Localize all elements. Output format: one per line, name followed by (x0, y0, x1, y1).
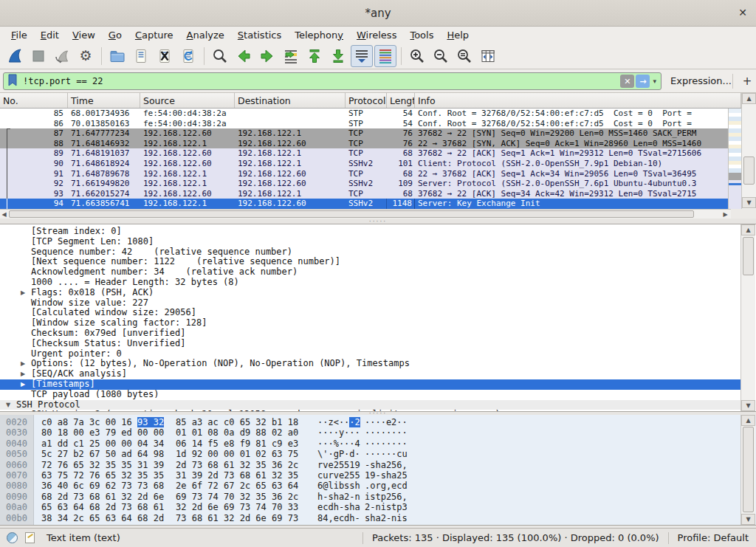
expand-arrow-icon[interactable]: ▶ (21, 379, 25, 390)
scroll-up-arrow[interactable]: ▲ (741, 415, 755, 426)
detail-line[interactable]: [Window size scaling factor: 128] (0, 318, 740, 328)
scroll-left-arrow[interactable]: ◀ (0, 210, 8, 219)
open-file-button[interactable] (106, 45, 128, 67)
scroll-thumb[interactable] (743, 427, 754, 512)
start-capture-button[interactable] (4, 45, 26, 67)
restart-capture-button[interactable] (51, 45, 73, 67)
resize-columns-button[interactable] (477, 45, 499, 67)
packet-row-92[interactable]: 9271.661949820192.168.122.1192.168.122.6… (0, 179, 728, 189)
column-header-protocol[interactable]: Protocol (346, 93, 387, 108)
detail-line[interactable]: [Checksum Status: Unverified] (0, 339, 740, 349)
scroll-thumb[interactable] (743, 237, 754, 275)
detail-line[interactable]: Acknowledgment number: 34 (relative ack … (0, 267, 740, 278)
detail-line[interactable]: ▶Options: (12 bytes), No-Operation (NOP)… (0, 359, 740, 369)
reload-file-button[interactable] (177, 45, 199, 67)
go-first-button[interactable] (303, 45, 326, 67)
zoom-out-button[interactable] (430, 45, 452, 67)
menu-wireless[interactable]: Wireless (350, 28, 403, 42)
close-file-button[interactable] (154, 45, 176, 67)
column-header-time[interactable]: Time (68, 93, 140, 108)
menu-help[interactable]: Help (440, 28, 475, 42)
go-last-button[interactable] (327, 45, 349, 67)
packet-row-91[interactable]: 9171.648789678192.168.122.1192.168.122.6… (0, 169, 728, 179)
packet-row-86[interactable]: 8670.013850163fe:54:00:d4:38:2aSTP54Conf… (0, 119, 728, 129)
detail-line[interactable]: ▼SSH Protocol (0, 400, 740, 410)
scroll-down-arrow[interactable]: ▼ (742, 197, 756, 208)
auto-scroll-button[interactable] (351, 45, 373, 67)
close-button[interactable]: ✕ (738, 7, 747, 18)
detail-line[interactable]: ▶[SEQ/ACK analysis] (0, 369, 740, 379)
column-header-no[interactable]: No. (0, 93, 68, 108)
packet-list-hscrollbar[interactable]: ◀ ▶ (0, 209, 731, 219)
detail-line[interactable]: [Next sequence number: 1122 (relative se… (0, 257, 740, 267)
detail-line[interactable]: [Stream index: 0] (0, 227, 740, 237)
column-header-info[interactable]: Info (415, 93, 741, 108)
scroll-up-arrow[interactable]: ▲ (741, 224, 755, 235)
hex-row-0040[interactable]: 0040a1 dd c1 25 00 00 04 3406 14 f5 e8 f… (0, 438, 740, 449)
packet-row-93[interactable]: 9371.662015274192.168.122.60192.168.122.… (0, 189, 728, 199)
hex-row-0070[interactable]: 007063 75 72 76 65 32 35 3531 39 2d 73 6… (0, 470, 740, 481)
expand-arrow-icon[interactable]: ▶ (21, 359, 25, 369)
clear-filter-button[interactable]: ✕ (620, 75, 634, 88)
filter-bookmark-icon[interactable] (7, 74, 18, 89)
scroll-right-arrow[interactable]: ▶ (721, 210, 729, 219)
display-filter-input[interactable]: !tcp.port == 22 ✕ → ▾ (3, 72, 662, 90)
detail-scrollbar[interactable]: ▲ ▼ (740, 224, 755, 411)
detail-line[interactable]: ▶Flags: 0x018 (PSH, ACK) (0, 288, 740, 298)
filter-history-caret[interactable]: ▾ (653, 78, 656, 85)
detail-line[interactable]: Urgent pointer: 0 (0, 349, 740, 359)
menu-go[interactable]: Go (102, 28, 128, 42)
packet-list-scrollbar[interactable]: ▲ ▼ (741, 93, 756, 209)
detail-line[interactable]: [TCP Segment Len: 1080] (0, 237, 740, 247)
stop-capture-button[interactable] (27, 45, 49, 67)
menu-telephony[interactable]: Telephony (288, 28, 350, 42)
expand-arrow-icon[interactable]: ▶ (21, 369, 25, 379)
find-packet-button[interactable] (209, 45, 231, 67)
detail-line[interactable]: TCP payload (1080 bytes) (0, 390, 740, 400)
zoom-in-button[interactable] (406, 45, 428, 67)
profile-label[interactable]: Profile: Default (678, 532, 749, 543)
detail-line[interactable]: Checksum: 0x79ed [unverified] (0, 328, 740, 339)
detail-line[interactable]: ▶[Timestamps] (0, 379, 740, 390)
detail-line[interactable]: 1000 .... = Header Length: 32 bytes (8) (0, 278, 740, 288)
add-filter-button[interactable]: + (740, 75, 754, 88)
expression-button[interactable]: Expression... (670, 75, 732, 86)
colorize-button[interactable] (374, 45, 396, 67)
hscroll-thumb[interactable] (9, 210, 694, 218)
hex-row-0060[interactable]: 006072 76 65 32 35 35 31 392d 73 68 61 3… (0, 460, 740, 470)
detail-line[interactable]: Window size value: 227 (0, 298, 740, 309)
capture-options-button[interactable]: ⚙ (75, 45, 97, 67)
menu-statistics[interactable]: Statistics (231, 28, 288, 42)
menu-analyze[interactable]: Analyze (180, 28, 231, 42)
scroll-down-arrow[interactable]: ▼ (741, 514, 755, 525)
packet-row-89[interactable]: 8971.648191037192.168.122.60192.168.122.… (0, 148, 728, 159)
hex-row-0090[interactable]: 009068 2d 73 68 61 32 2d 6e69 73 74 70 3… (0, 492, 740, 502)
hex-row-0020[interactable]: 0020c0 a8 7a 3c 00 16 93 3285 a3 ac c0 6… (0, 417, 740, 427)
column-header-length[interactable]: Length (387, 93, 415, 108)
scroll-thumb[interactable] (743, 156, 755, 185)
packet-row-88[interactable]: 8871.648146932192.168.122.1192.168.122.6… (0, 139, 728, 149)
hex-row-0080[interactable]: 008036 40 6c 69 62 73 73 682e 6f 72 67 2… (0, 481, 740, 491)
detail-line[interactable]: Sequence number: 42 (relative sequence n… (0, 247, 740, 258)
hex-row-0030[interactable]: 003080 18 00 e3 79 ed 00 0001 01 08 0a d… (0, 427, 740, 438)
menu-tools[interactable]: Tools (403, 28, 440, 42)
save-file-button[interactable] (130, 45, 152, 67)
menu-view[interactable]: View (66, 28, 102, 42)
pane-splitter-upper[interactable]: ····· (0, 219, 756, 224)
packet-row-85[interactable]: 8568.001734936fe:54:00:d4:38:2aSTP54Conf… (0, 109, 728, 119)
column-header-destination[interactable]: Destination (235, 93, 346, 108)
detail-line[interactable]: [Calculated window size: 29056] (0, 308, 740, 318)
zoom-reset-button[interactable] (453, 45, 475, 67)
hex-row-00a0[interactable]: 00a065 63 64 68 2d 73 68 6132 2d 6e 69 7… (0, 502, 740, 512)
menu-file[interactable]: File (4, 28, 34, 42)
go-back-button[interactable] (233, 45, 255, 67)
apply-filter-button[interactable]: → (636, 75, 650, 88)
expand-arrow-icon[interactable]: ▶ (21, 288, 25, 298)
capture-comment-icon[interactable] (25, 532, 35, 543)
scroll-up-arrow[interactable]: ▲ (742, 93, 756, 104)
expert-info-icon[interactable] (7, 532, 18, 543)
titlebar[interactable]: *any ✕ (0, 0, 756, 27)
packet-list-minimap[interactable] (728, 109, 741, 209)
hex-row-00b0[interactable]: 00b038 34 2c 65 63 64 68 2d73 68 61 32 2… (0, 513, 740, 523)
column-header-source[interactable]: Source (140, 93, 235, 108)
